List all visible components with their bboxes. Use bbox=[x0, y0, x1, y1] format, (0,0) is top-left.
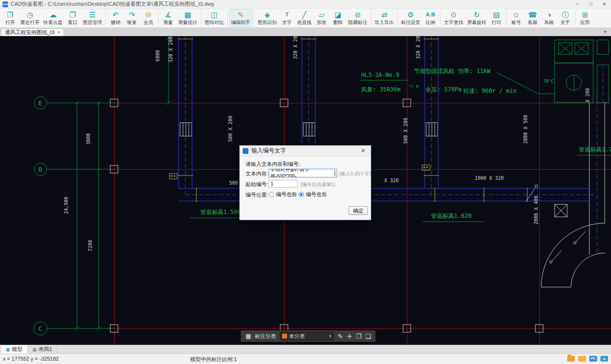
dialog-close-icon[interactable]: ✕ bbox=[358, 148, 368, 154]
toolbar-item-shape-recognition[interactable]: ◈图形识别 bbox=[256, 9, 279, 27]
toolbar-separator bbox=[158, 11, 158, 25]
pc-sync-icon[interactable]: PC bbox=[589, 356, 597, 362]
chat-icon[interactable]: ··· bbox=[578, 356, 586, 362]
toolbar-item-label: 恢复 bbox=[127, 19, 137, 25]
radio-number-before[interactable]: 编号在前 bbox=[269, 191, 297, 198]
toolbar-item-about[interactable]: ⓘ关于 bbox=[557, 9, 573, 27]
toolbar-item-draw-line[interactable]: ╱画直线 bbox=[295, 9, 313, 27]
cad-canvas[interactable]: 6000320 X 200320 X 200320 X 200300024,90… bbox=[0, 36, 611, 345]
image-icon[interactable]: ▲ bbox=[600, 356, 608, 362]
shape-recognition-icon: ◈ bbox=[264, 10, 270, 19]
start-number-value: 1 bbox=[271, 181, 273, 187]
annotation-settings-icon: ⚙ bbox=[407, 10, 414, 19]
delete-icon: ◪ bbox=[335, 10, 341, 19]
text-content-hint: (输入0-20个字) bbox=[339, 171, 371, 177]
toolbar-item-screen-rotate[interactable]: ↻屏幕旋转 bbox=[465, 9, 488, 27]
radio-number-after[interactable]: 编号在后 bbox=[299, 191, 327, 198]
toolbar-item-apps[interactable]: ⊞应用 bbox=[577, 9, 593, 27]
toolbar-item-style[interactable]: ◑风格 bbox=[541, 9, 557, 27]
dialog-title: 输入编号文字 bbox=[251, 147, 358, 155]
toolbar-item-label: 隐藏标注 bbox=[348, 19, 367, 25]
toolbar-separator bbox=[397, 11, 398, 25]
toolbar-item-account[interactable]: ☺账号 bbox=[508, 9, 524, 27]
toolbar-item-label: 客服 bbox=[528, 19, 537, 25]
toolbar-item-redo[interactable]: ↷恢复 bbox=[124, 9, 140, 27]
start-number-input[interactable]: 1 bbox=[269, 180, 298, 188]
annotation-scale-text: 模型中的标注比例:1 bbox=[190, 356, 237, 363]
style-icon: ◑ bbox=[546, 10, 551, 19]
apps-icon: ⊞ bbox=[582, 10, 588, 19]
toolbar-item-label: 形状 bbox=[317, 19, 326, 25]
toolbar-item-customer-service[interactable]: ☎客服 bbox=[524, 9, 541, 27]
toolbar-item-open[interactable]: ❒打开 bbox=[2, 9, 18, 27]
toolbar-item-text[interactable]: T文字 bbox=[279, 9, 295, 27]
tab-label: 通风工程实例图纸_t3 bbox=[5, 29, 54, 36]
dialog-app-icon bbox=[243, 148, 248, 154]
toolbar-item-label: 图层管理 bbox=[83, 19, 102, 25]
toolbar-item-label: 账号 bbox=[511, 19, 521, 25]
toolbar-item-membership[interactable]: ⑩会员 bbox=[140, 9, 156, 27]
toolbar-item-measure-stats[interactable]: ▦测量统计 bbox=[176, 9, 199, 27]
toolbar-item-scale[interactable]: A:B比例 bbox=[422, 9, 439, 27]
toolbar-item-recent-open[interactable]: ◷最近打开 bbox=[18, 9, 41, 27]
tab-drawing[interactable]: 通风工程实例图纸_t3 × bbox=[1, 28, 64, 36]
tab-model-label: 模型 bbox=[12, 346, 23, 353]
toolbar-item-label: 文字查找 bbox=[444, 19, 463, 25]
toolbar-item-text-search[interactable]: ⊙文字查找 bbox=[442, 9, 465, 27]
clipboard-annotation-icon[interactable]: ❏ bbox=[365, 333, 371, 340]
toolbar-item-hide-annotations[interactable]: ⊘隐藏标注 bbox=[346, 9, 369, 27]
toolbar-item-label: 文字 bbox=[282, 19, 292, 25]
toolbar-item-measure[interactable]: ∡测量 bbox=[160, 9, 176, 27]
toolbar-item-undo[interactable]: ↶撤销 bbox=[107, 9, 124, 27]
layout-grid-icon: ▦ bbox=[33, 347, 37, 352]
copy-annotation-icon[interactable]: ❐ bbox=[356, 333, 362, 340]
window-title: CAD快速看图 - C:\Users\ruohan\Desktop\CAD快速看… bbox=[11, 0, 571, 8]
tab-model[interactable]: ▦ 模型 bbox=[1, 345, 28, 353]
text-content-value: 手动对开多叶调节阀-500*200- bbox=[271, 169, 334, 177]
ok-button[interactable]: 确定 bbox=[349, 206, 368, 215]
close-button[interactable]: ✕ bbox=[598, 0, 611, 9]
toolbar-item-label: 导入导出 bbox=[375, 19, 394, 25]
maximize-button[interactable]: □ bbox=[584, 0, 598, 9]
toolbar-separator bbox=[201, 11, 201, 25]
tab-close-icon[interactable]: × bbox=[57, 30, 60, 35]
radio-after-label: 编号在后 bbox=[306, 191, 327, 198]
toolbar-item-window[interactable]: ❐窗口 bbox=[65, 9, 81, 27]
toolbar-item-edit-assistant[interactable]: ✎编辑助手 bbox=[229, 9, 252, 27]
toolbar-item-layer-manager[interactable]: ☰图层管理 bbox=[81, 9, 104, 27]
toolbar-item-import-export[interactable]: ⇄导入导出 bbox=[373, 9, 396, 27]
toolbar-item-cloud-drive[interactable]: ☁快看云盘 bbox=[41, 9, 65, 27]
import-export-icon: ⇄ bbox=[381, 10, 388, 19]
toolbar-item-label: 打印 bbox=[492, 19, 501, 25]
start-number-hint: (编号自动递增1) bbox=[300, 181, 335, 188]
toolbar-item-label: 删除 bbox=[333, 19, 343, 25]
scale-icon: A:B bbox=[426, 10, 435, 19]
tab-layout1[interactable]: ▦ 布局1 bbox=[28, 345, 58, 353]
move-annotation-icon[interactable]: ✛ bbox=[347, 333, 352, 340]
shapes-icon: ▱ bbox=[319, 10, 325, 19]
toolbar-item-shapes[interactable]: ▱形状 bbox=[313, 9, 330, 27]
annotation-grid-icon[interactable]: ▦ bbox=[246, 333, 251, 339]
document-tabbar: 通风工程实例图纸_t3 × ▼ bbox=[0, 28, 611, 36]
cloud-drive-icon: ☁ bbox=[50, 10, 57, 19]
print-icon: ▤ bbox=[493, 10, 500, 19]
toolbar-item-print[interactable]: ▤打印 bbox=[488, 9, 505, 27]
toolbar-item-annotation-settings[interactable]: ⚙标注设置 bbox=[399, 9, 422, 27]
redo-icon: ↷ bbox=[129, 10, 135, 19]
annotation-category-select[interactable]: 未分类 ▾ bbox=[280, 332, 334, 340]
edit-annotation-icon[interactable]: ✎ bbox=[338, 333, 343, 340]
toolbar-separator bbox=[371, 11, 371, 25]
minimize-button[interactable]: ─ bbox=[571, 0, 584, 9]
app-window: CAD CAD快速看图 - C:\Users\ruohan\Desktop\CA… bbox=[0, 0, 611, 364]
toolbar-item-label: 测量统计 bbox=[178, 19, 197, 25]
tab-list-dropdown-icon[interactable]: ▼ bbox=[603, 30, 607, 34]
text-cursor bbox=[335, 170, 335, 176]
start-number-label: 起始编号: bbox=[246, 181, 268, 188]
text-content-input[interactable]: 手动对开多叶调节阀-500*200- bbox=[269, 169, 337, 177]
toolbar-item-drawing-compare[interactable]: ◫图纸对比 bbox=[203, 9, 226, 27]
folder-icon[interactable] bbox=[567, 356, 575, 362]
customer-service-icon: ☎ bbox=[528, 10, 537, 19]
toolbar-item-label: 屏幕旋转 bbox=[467, 19, 486, 25]
toolbar-item-delete[interactable]: ◪删除 bbox=[330, 9, 346, 27]
text-search-icon: ⊙ bbox=[451, 10, 457, 19]
